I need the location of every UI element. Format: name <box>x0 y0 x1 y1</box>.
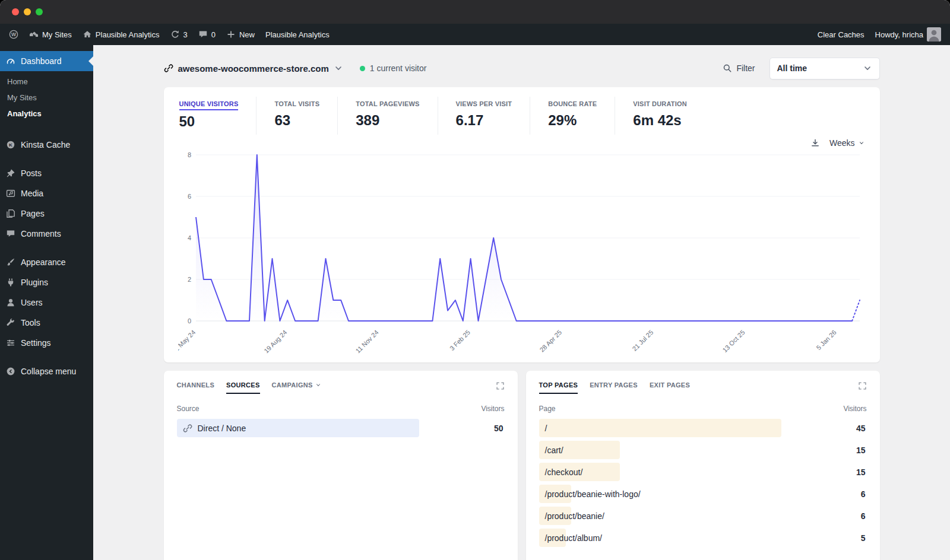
tab-campaigns[interactable]: CAMPAIGNS <box>272 381 321 393</box>
close-window-button[interactable] <box>12 8 19 15</box>
sidebar-item-tools[interactable]: Tools <box>0 313 93 333</box>
adminbar-new-label: New <box>239 30 255 39</box>
adminbar-current-page[interactable]: Plausible Analytics <box>260 24 335 45</box>
time-range-select[interactable]: All time <box>770 58 880 79</box>
menu-separator <box>0 126 93 135</box>
comment-icon <box>198 30 208 39</box>
adminbar-comments[interactable]: 0 <box>193 24 221 45</box>
app-window: WMy SitesPlausible Analytics30NewPlausib… <box>0 0 950 560</box>
adminbar-my-account[interactable]: Howdy, hricha <box>870 24 946 45</box>
adminbar-clear-caches[interactable]: Clear Caches <box>812 24 870 45</box>
interval-select[interactable]: Weeks <box>829 138 864 148</box>
download-icon[interactable] <box>810 138 820 148</box>
sidebar-item-media[interactable]: Media <box>0 183 93 203</box>
my-sites-icon <box>29 30 39 39</box>
stat-bounce-rate[interactable]: BOUNCE RATE 29% <box>530 97 615 135</box>
stat-views-per-visit[interactable]: VIEWS PER VISIT 6.17 <box>438 97 530 135</box>
updates-icon <box>170 30 180 39</box>
svg-text:21 Jul 25: 21 Jul 25 <box>631 329 654 352</box>
sidebar-item-settings[interactable]: Settings <box>0 333 93 353</box>
posts-icon <box>6 168 15 178</box>
visitors-chart[interactable]: 0246831 May 2419 Aug 2411 Nov 243 Feb 25… <box>178 150 866 359</box>
table-row[interactable]: /product/beanie-with-logo/6 <box>539 485 867 503</box>
pages-table: /45/cart/15/checkout/15/product/beanie-w… <box>539 419 867 547</box>
wp-admin-sidebar: Dashboard HomeMy SitesAnalytics KKinsta … <box>0 45 93 560</box>
filter-button[interactable]: Filter <box>723 63 755 73</box>
stat-value: 6m 42s <box>633 112 687 129</box>
table-row[interactable]: /product/beanie/6 <box>539 507 867 525</box>
wp-admin-bar: WMy SitesPlausible Analytics30NewPlausib… <box>0 24 950 45</box>
stat-value: 389 <box>356 112 419 129</box>
row-visitors: 50 <box>494 424 505 433</box>
sidebar-sub-analytics[interactable]: Analytics <box>0 106 93 122</box>
chevron-down-icon <box>863 63 872 73</box>
stat-total-pageviews[interactable]: TOTAL PAGEVIEWS 389 <box>337 97 437 135</box>
adminbar-my-sites[interactable]: My Sites <box>24 24 77 45</box>
sidebar-sub-my-sites[interactable]: My Sites <box>0 90 93 106</box>
adminbar-wp-logo[interactable]: W <box>4 24 24 45</box>
site-switcher[interactable]: awesome-woocommerce-store.com <box>164 63 343 74</box>
stat-value: 63 <box>274 112 319 129</box>
tab-top-pages[interactable]: TOP PAGES <box>539 381 578 394</box>
minimize-window-button[interactable] <box>24 8 31 15</box>
tab-channels[interactable]: CHANNELS <box>177 381 215 393</box>
search-icon <box>723 63 732 73</box>
sidebar-item-comments[interactable]: Comments <box>0 224 93 244</box>
row-label: /product/beanie-with-logo/ <box>539 489 641 499</box>
menu-separator <box>0 353 93 361</box>
expand-icon[interactable] <box>496 381 505 393</box>
table-row[interactable]: /cart/15 <box>539 441 867 459</box>
sidebar-item-pages[interactable]: Pages <box>0 203 93 224</box>
svg-text:4: 4 <box>187 234 191 241</box>
chevron-down-icon <box>315 382 321 388</box>
sidebar-item-dashboard[interactable]: Dashboard <box>0 51 93 71</box>
svg-text:W: W <box>11 31 17 37</box>
sidebar-item-plugins[interactable]: Plugins <box>0 272 93 292</box>
adminbar-updates[interactable]: 3 <box>165 24 193 45</box>
sidebar-item-label: Media <box>21 188 43 199</box>
stat-total-visits[interactable]: TOTAL VISITS 63 <box>256 97 337 135</box>
sidebar-item-appearance[interactable]: Appearance <box>0 252 93 272</box>
table-row[interactable]: Direct / None50 <box>177 419 505 437</box>
user-avatar <box>927 27 941 42</box>
adminbar-site-home[interactable]: Plausible Analytics <box>77 24 165 45</box>
sidebar-item-posts[interactable]: Posts <box>0 163 93 183</box>
sidebar-item-label: Appearance <box>21 257 66 268</box>
table-row[interactable]: /45 <box>539 419 867 437</box>
current-visitors: 1 current visitor <box>360 63 427 73</box>
tab-entry-pages[interactable]: ENTRY PAGES <box>590 381 638 393</box>
chevron-down-icon <box>859 140 864 146</box>
adminbar-new[interactable]: New <box>221 24 260 45</box>
sidebar-item-kinsta-cache[interactable]: KKinsta Cache <box>0 135 93 155</box>
content-area: awesome-woocommerce-store.com 1 current … <box>93 45 950 560</box>
svg-text:8: 8 <box>187 151 191 158</box>
pages-tabs: TOP PAGESENTRY PAGESEXIT PAGES <box>539 381 867 394</box>
table-row[interactable]: /product/album/5 <box>539 529 867 547</box>
sidebar-item-users[interactable]: Users <box>0 292 93 313</box>
adminbar-my-account-label: Howdy, hricha <box>875 30 923 39</box>
tab-sources[interactable]: SOURCES <box>226 381 260 394</box>
stats-row: UNIQUE VISITORS 50 TOTAL VISITS 63 TOTAL… <box>178 97 866 135</box>
stat-unique-visitors[interactable]: UNIQUE VISITORS 50 <box>178 97 256 135</box>
chart-toolbar: Weeks <box>179 138 864 148</box>
svg-text:31 May 24: 31 May 24 <box>178 329 197 355</box>
table-row[interactable]: /checkout/15 <box>539 463 867 481</box>
sources-card: CHANNELSSOURCESCAMPAIGNS Source Visitors… <box>164 371 518 560</box>
sidebar-item-label: Collapse menu <box>21 366 76 377</box>
sidebar-sub-home[interactable]: Home <box>0 74 93 90</box>
adminbar-my-sites-label: My Sites <box>42 30 72 39</box>
tools-icon <box>6 318 15 327</box>
sidebar-item-label: Comments <box>21 228 61 239</box>
analytics-card: UNIQUE VISITORS 50 TOTAL VISITS 63 TOTAL… <box>164 87 880 362</box>
expand-icon[interactable] <box>858 381 867 393</box>
sources-columns: Source Visitors <box>177 405 505 413</box>
tab-exit-pages[interactable]: EXIT PAGES <box>650 381 690 393</box>
svg-text:5 Jan 26: 5 Jan 26 <box>815 329 837 351</box>
stat-visit-duration[interactable]: VISIT DURATION 6m 42s <box>615 97 705 135</box>
fullscreen-window-button[interactable] <box>36 8 43 15</box>
sidebar-item-label: Plugins <box>21 277 48 288</box>
sidebar-item-label: Dashboard <box>21 56 62 66</box>
time-range-value: All time <box>777 63 808 73</box>
sidebar-item-collapse-menu[interactable]: Collapse menu <box>0 361 93 381</box>
stat-value: 29% <box>548 112 597 129</box>
